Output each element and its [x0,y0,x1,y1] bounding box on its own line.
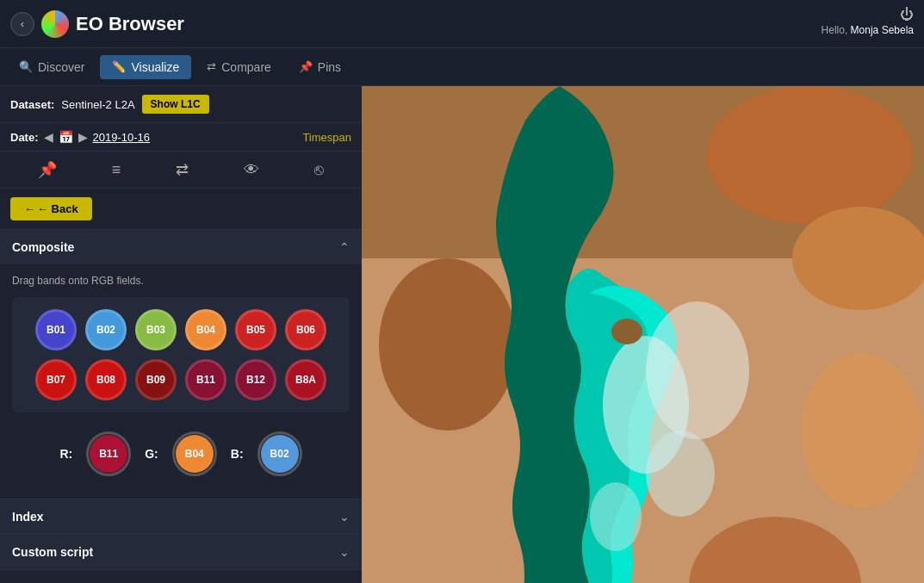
custom-script-section: Custom script ⌄ [0,535,362,570]
r-label: R: [59,447,72,461]
tab-pins[interactable]: 📌 Pins [287,55,353,79]
bands-row-1: B01 B02 B03 B04 B05 B06 [24,309,338,350]
share-toolbar-button[interactable]: ⎋ [306,158,332,183]
band-B04[interactable]: B04 [185,309,226,350]
composite-section-title: Composite [12,240,74,254]
date-prev-button[interactable]: ◀ [44,130,53,144]
b-band-slot[interactable]: B02 [257,431,302,476]
band-B06[interactable]: B06 [285,309,326,350]
pin-toolbar-button[interactable]: 📌 [29,157,65,183]
main-area: Dataset: Sentinel-2 L2A Show L1C Date: ◀… [0,86,924,583]
index-section: Index ⌄ [0,499,362,535]
discover-icon: 🔍 [19,60,33,73]
back-button-row: ← ← Back [0,189,362,230]
back-button[interactable]: ← ← Back [10,197,92,220]
band-B07[interactable]: B07 [35,359,77,400]
tab-discover[interactable]: 🔍 Discover [7,55,96,79]
r-band-slot[interactable]: B11 [86,431,131,476]
g-band-chip: B04 [176,435,214,473]
timespan-link[interactable]: Timespan [302,131,351,144]
username: Monja Sebela [851,24,914,36]
index-section-header[interactable]: Index ⌄ [0,499,362,534]
settings-toolbar-button[interactable]: ≡ [103,158,130,183]
svg-point-11 [646,431,715,517]
date-next-button[interactable]: ▶ [78,130,88,144]
toolbar-row: 📌 ≡ ⇄ 👁 ⎋ [0,152,362,189]
composite-content: Drag bands onto RGB fields. B01 B02 B03 … [0,264,362,499]
b-band-chip: B02 [261,435,299,473]
g-label: G: [145,447,158,461]
band-B03[interactable]: B03 [135,309,177,350]
band-B08[interactable]: B08 [85,359,127,400]
visualize-icon: ✏️ [112,60,126,73]
composite-chevron-icon: ⌃ [339,240,350,254]
composite-section-header[interactable]: Composite ⌃ [0,230,362,264]
header: ‹ EO Browser ⏻ Hello, Monja Sebela [0,0,924,48]
custom-script-chevron-icon: ⌄ [339,545,350,559]
r-band-chip: B11 [90,435,127,473]
app-title: EO Browser [76,13,184,35]
dataset-value: Sentinel-2 L2A [61,98,134,111]
band-B05[interactable]: B05 [235,309,276,350]
compare-toolbar-button[interactable]: ⇄ [167,157,197,183]
hide-toolbar-button[interactable]: 👁 [235,158,268,183]
band-B01[interactable]: B01 [35,309,77,350]
b-label: B: [231,447,244,461]
svg-point-10 [646,301,749,439]
svg-point-9 [611,319,642,344]
nav-tabs: 🔍 Discover ✏️ Visualize ⇄ Compare 📌 Pins [0,48,924,86]
date-value[interactable]: 2019-10-16 [93,131,151,144]
dataset-label: Dataset: [10,98,54,111]
custom-script-section-header[interactable]: Custom script ⌄ [0,535,362,569]
header-right: ⏻ Hello, Monja Sebela [822,7,914,36]
logo-icon [41,10,69,38]
tab-compare[interactable]: ⇄ Compare [195,55,283,79]
bands-grid: B01 B02 B03 B04 B05 B06 B07 B08 B09 B11 … [12,297,350,412]
index-chevron-icon: ⌄ [339,510,350,524]
tab-visualize[interactable]: ✏️ Visualize [100,55,191,79]
drag-hint: Drag bands onto RGB fields. [12,275,350,287]
back-arrow-icon: ← [24,202,35,215]
greeting-text: Hello, Monja Sebela [822,24,914,36]
map-visualization [362,86,924,583]
g-band-slot[interactable]: B04 [172,431,217,476]
bands-row-2: B07 B08 B09 B11 B12 B8A [24,359,338,400]
band-B09[interactable]: B09 [135,359,177,400]
svg-point-4 [379,258,517,431]
index-section-title: Index [12,510,44,524]
custom-script-section-title: Custom script [12,545,93,559]
left-panel: Dataset: Sentinel-2 L2A Show L1C Date: ◀… [0,86,362,583]
svg-point-3 [792,207,924,310]
date-label: Date: [10,131,39,144]
band-B02[interactable]: B02 [85,309,127,350]
rgb-row: R: B11 G: B04 B: B [12,425,350,488]
power-icon[interactable]: ⏻ [900,7,914,22]
map-area[interactable] [362,86,924,583]
calendar-icon[interactable]: 📅 [59,130,73,144]
app-logo: EO Browser [41,10,184,38]
band-B12[interactable]: B12 [235,359,276,400]
band-B11[interactable]: B11 [185,359,226,400]
date-row: Date: ◀ 📅 ▶ 2019-10-16 Timespan [0,123,362,152]
band-B8A[interactable]: B8A [285,359,326,400]
svg-point-8 [590,482,642,551]
dataset-row: Dataset: Sentinel-2 L2A Show L1C [0,86,362,123]
nav-back-button[interactable]: ‹ [10,12,34,36]
svg-point-2 [706,86,913,224]
show-l1c-button[interactable]: Show L1C [142,95,209,114]
svg-point-5 [801,353,921,508]
pins-icon: 📌 [299,60,313,73]
composite-section: Composite ⌃ Drag bands onto RGB fields. … [0,230,362,499]
compare-icon: ⇄ [207,60,216,73]
